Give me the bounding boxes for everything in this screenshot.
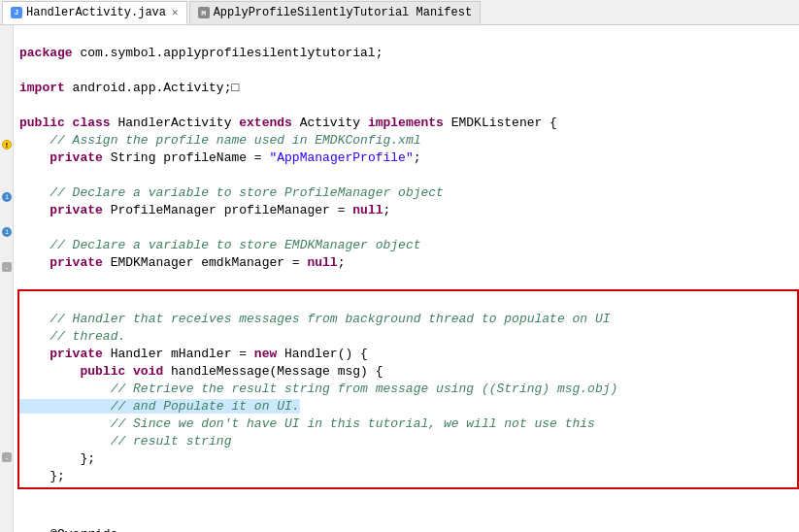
editor-window: J HandlerActivity.java ✕ M ApplyProfileS… [0, 0, 799, 532]
code-line-20: // and Populate it on UI. [19, 399, 300, 414]
code-line-21: // Since we don't have UI in this tutori… [19, 416, 595, 431]
code-line-17: private Handler mHandler = new Handler()… [19, 347, 368, 361]
manifest-file-icon: M [198, 7, 210, 18]
code-line-10: private ProfileManager profileManager = … [19, 203, 390, 217]
code-line-26: @Override [19, 527, 117, 532]
code-line-22: // result string [19, 434, 231, 449]
code-line-24: }; [19, 469, 65, 483]
tab-handler-label: HandlerActivity.java [26, 6, 166, 19]
code-content: package com.symbol.applyprofilesilentlyt… [19, 27, 799, 532]
code-line-1: package com.symbol.applyprofilesilentlyt… [19, 46, 383, 60]
code-line-13: private EMDKManager emdkManager = null; [19, 255, 346, 270]
fold-marker-1[interactable]: - [2, 262, 12, 272]
code-line-16: // thread. [19, 329, 125, 344]
code-line-12: // Declare a variable to store EMDKManag… [19, 238, 420, 252]
code-line-15: // Handler that receives messages from b… [19, 312, 611, 326]
java-file-icon: J [11, 7, 22, 18]
tab-handler[interactable]: J HandlerActivity.java ✕ [2, 1, 187, 24]
info-marker-2[interactable]: i [2, 227, 12, 237]
info-marker-1[interactable]: i [2, 192, 12, 202]
tab-manifest-label: ApplyProfileSilentlyTutorial Manifest [214, 6, 472, 19]
warning-marker-1[interactable]: ! [2, 140, 12, 150]
highlighted-code-block: // Handler that receives messages from b… [17, 289, 799, 489]
fold-marker-2[interactable]: - [2, 452, 12, 462]
tab-close-icon[interactable]: ✕ [172, 6, 179, 18]
tab-bar: J HandlerActivity.java ✕ M ApplyProfileS… [0, 0, 799, 25]
code-line-7: private String profileName = "AppManager… [19, 150, 421, 165]
editor-main: package com.symbol.applyprofilesilentlyt… [14, 25, 799, 532]
tab-manifest[interactable]: M ApplyProfileSilentlyTutorial Manifest [189, 1, 481, 24]
code-line-9: // Declare a variable to store ProfileMa… [19, 185, 444, 200]
editor-container: ! i i - - package com.symbol.applyprofil… [0, 25, 799, 532]
code-line-6: // Assign the profile name used in EMDKC… [19, 133, 420, 148]
code-line-19: // Retrieve the result string from messa… [19, 382, 617, 396]
annotation-sidebar: ! i i - - [0, 25, 14, 532]
code-line-23: }; [19, 451, 95, 466]
code-line-5: public class HandlerActivity extends Act… [19, 116, 557, 130]
code-column[interactable]: package com.symbol.applyprofilesilentlyt… [14, 25, 799, 532]
code-line-3: import android.app.Activity;□ [19, 81, 239, 95]
code-line-18: public void handleMessage(Message msg) { [19, 364, 383, 379]
